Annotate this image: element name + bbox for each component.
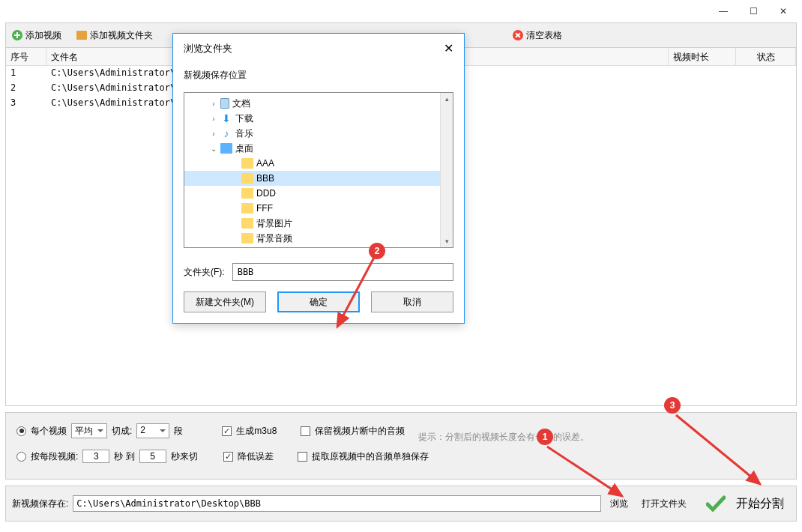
gen-m3u8-label: 生成m3u8: [236, 425, 277, 438]
header-duration: 视频时长: [669, 48, 736, 65]
mode-every-video-radio[interactable]: [16, 426, 26, 436]
label-every-video: 每个视频: [31, 425, 67, 438]
tree-item[interactable]: FFF: [184, 201, 453, 216]
header-status: 状态: [736, 48, 796, 65]
folder-icon: [241, 203, 253, 214]
folder-tree[interactable]: ›文档›⬇下载›♪音乐⌄桌面AAABBBDDDFFF背景图片背景音频: [184, 92, 453, 248]
mode-select[interactable]: 平均: [71, 423, 107, 438]
add-icon: [12, 30, 22, 40]
folder-icon: [241, 158, 253, 169]
scrollbar[interactable]: [440, 93, 453, 247]
tree-label: 背景音频: [256, 232, 292, 245]
dialog-subtitle: 新视频保存位置: [184, 69, 453, 82]
tree-label: 下载: [235, 112, 253, 125]
tree-item[interactable]: ›文档: [184, 96, 453, 111]
titlebar: — ☐ ✕: [0, 0, 802, 22]
extract-audio-label: 提取原视频中的音频单独保存: [312, 450, 429, 463]
clear-label: 清空表格: [526, 29, 562, 42]
clear-icon: [513, 30, 523, 40]
maximize-button[interactable]: ☐: [738, 1, 768, 22]
tree-toggle[interactable]: ›: [210, 115, 217, 123]
cell-index: 2: [6, 81, 46, 96]
download-icon: ⬇: [220, 112, 232, 124]
keep-audio-checkbox[interactable]: [301, 426, 310, 436]
badge-3: 3: [664, 397, 681, 414]
cell-index: 3: [6, 96, 46, 111]
browse-button[interactable]: 浏览: [606, 498, 633, 510]
start-split-button[interactable]: 开始分割: [730, 496, 790, 512]
save-path-input[interactable]: [73, 495, 601, 512]
minimize-button[interactable]: —: [708, 1, 738, 22]
open-folder-button[interactable]: 打开文件夹: [637, 498, 691, 510]
badge-2: 2: [369, 243, 385, 259]
options-panel: 每个视频 平均 切成: 2 段 生成m3u8 保留视频片断中的音频 按每段视频:…: [5, 412, 797, 480]
label-segments: 段: [174, 425, 183, 438]
tree-item[interactable]: 背景图片: [184, 216, 453, 231]
tree-label: FFF: [256, 203, 273, 214]
tree-toggle[interactable]: ›: [210, 100, 217, 108]
mode-by-length-radio[interactable]: [16, 452, 26, 462]
label-sec-to: 秒 到: [114, 450, 134, 463]
tree-label: AAA: [256, 158, 274, 169]
label-sec-cut: 秒来切: [171, 450, 198, 463]
tree-label: 背景图片: [256, 217, 292, 230]
browse-folder-dialog: 浏览文件夹 ✕ 新视频保存位置 ›文档›⬇下载›♪音乐⌄桌面AAABBBDDDF…: [172, 33, 465, 324]
close-window-button[interactable]: ✕: [768, 1, 798, 22]
desktop-icon: [220, 143, 232, 154]
folder-icon: [241, 218, 253, 229]
folder-icon: [241, 233, 253, 244]
checkmark-icon: [706, 495, 726, 512]
ok-button[interactable]: 确定: [277, 291, 360, 312]
folder-icon: [241, 188, 253, 199]
tree-label: 音乐: [235, 127, 253, 140]
tree-item[interactable]: 背景音频: [184, 231, 453, 246]
tree-label: 桌面: [235, 142, 253, 155]
keep-audio-label: 保留视频片断中的音频: [315, 425, 405, 438]
tree-item[interactable]: DDD: [184, 186, 453, 201]
add-video-label: 添加视频: [25, 29, 61, 42]
gen-m3u8-checkbox[interactable]: [222, 426, 232, 436]
tree-item[interactable]: ›⬇下载: [184, 111, 453, 126]
label-cut-into: 切成:: [112, 425, 132, 438]
reduce-error-checkbox[interactable]: [223, 452, 233, 462]
reduce-error-label: 降低误差: [238, 450, 274, 463]
header-index: 序号: [6, 48, 46, 65]
save-row: 新视频保存在: 浏览 打开文件夹 开始分割: [5, 486, 797, 522]
music-icon: ♪: [220, 127, 232, 139]
document-icon: [220, 98, 229, 109]
add-folder-button[interactable]: 添加视频文件夹: [76, 29, 153, 42]
tree-toggle[interactable]: ›: [210, 130, 217, 138]
segment-count-select[interactable]: 2: [136, 423, 169, 438]
folder-field-label: 文件夹(F):: [184, 266, 225, 279]
hint-text: 提示：分割后的视频长度会有一定的误差。: [418, 431, 589, 444]
tree-item[interactable]: AAA: [184, 156, 453, 171]
tree-label: 文档: [232, 97, 250, 110]
badge-1: 1: [537, 429, 553, 445]
cell-index: 1: [6, 66, 46, 81]
cancel-button[interactable]: 取消: [371, 291, 453, 312]
tree-toggle[interactable]: ⌄: [210, 145, 217, 153]
tree-label: DDD: [256, 188, 276, 199]
extract-audio-checkbox[interactable]: [298, 452, 307, 462]
add-video-button[interactable]: 添加视频: [12, 29, 61, 42]
new-folder-button[interactable]: 新建文件夹(M): [184, 291, 266, 312]
folder-add-icon: [76, 31, 87, 40]
add-folder-label: 添加视频文件夹: [90, 29, 153, 42]
label-by-length: 按每段视频:: [31, 450, 78, 463]
dialog-close-button[interactable]: ✕: [444, 41, 453, 55]
tree-item[interactable]: ›♪音乐: [184, 126, 453, 141]
tree-label: BBB: [256, 173, 274, 184]
save-label: 新视频保存在:: [12, 498, 68, 510]
folder-name-input[interactable]: [232, 263, 453, 281]
folder-icon: [241, 173, 253, 184]
clear-table-button[interactable]: 清空表格: [513, 29, 562, 42]
seconds-to-input[interactable]: [139, 450, 166, 463]
tree-item[interactable]: ⌄桌面: [184, 141, 453, 156]
tree-item[interactable]: BBB: [184, 171, 453, 186]
dialog-title: 浏览文件夹: [184, 42, 232, 55]
seconds-from-input[interactable]: [82, 450, 109, 463]
